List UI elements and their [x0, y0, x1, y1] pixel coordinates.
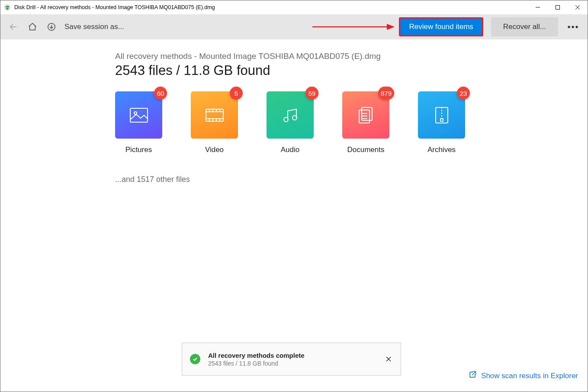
annotation-arrow: [312, 20, 395, 34]
pictures-badge: 60: [154, 87, 167, 100]
video-tile: 5: [191, 91, 238, 139]
category-archives[interactable]: 23 Archives: [418, 91, 465, 154]
audio-tile: 59: [267, 91, 314, 139]
archives-tile: 23: [418, 91, 465, 139]
window-title: Disk Drill - All recovery methods - Moun…: [14, 4, 215, 10]
category-documents[interactable]: 879 Documents: [342, 91, 389, 154]
toolbar: Save session as... Review found items Re…: [0, 14, 588, 39]
more-menu-button[interactable]: •••: [563, 18, 583, 36]
titlebar: Disk Drill - All recovery methods - Moun…: [0, 0, 588, 14]
svg-rect-2: [6, 8, 9, 10]
audio-label: Audio: [281, 146, 299, 154]
other-files-text: ...and 1517 other files: [115, 175, 588, 184]
audio-badge: 59: [305, 87, 318, 100]
category-row: 60 Pictures 5 Video 59 Audio: [115, 91, 588, 154]
download-session-icon[interactable]: [43, 18, 60, 36]
archives-badge: 23: [457, 87, 470, 100]
review-found-items-button[interactable]: Review found items: [399, 17, 483, 36]
category-pictures[interactable]: 60 Pictures: [115, 91, 162, 154]
svg-rect-34: [440, 119, 443, 121]
video-label: Video: [205, 146, 224, 154]
video-badge: 5: [230, 87, 243, 100]
documents-tile: 879: [342, 91, 389, 139]
svg-rect-14: [206, 109, 223, 121]
success-check-icon: [190, 354, 200, 364]
show-in-explorer-link[interactable]: Show scan results in Explorer: [468, 370, 578, 381]
close-window-button[interactable]: [568, 0, 588, 14]
minimize-button[interactable]: [528, 0, 548, 14]
maximize-button[interactable]: [548, 0, 568, 14]
toast-title: All recovery methods complete: [208, 352, 384, 359]
svg-rect-4: [556, 6, 560, 10]
pictures-tile: 60: [115, 91, 162, 139]
svg-rect-12: [130, 108, 148, 122]
window: Disk Drill - All recovery methods - Moun…: [0, 0, 588, 392]
archives-label: Archives: [427, 146, 456, 154]
completion-toast: All recovery methods complete 2543 files…: [182, 343, 401, 376]
category-audio[interactable]: 59 Audio: [267, 91, 314, 154]
svg-rect-1: [6, 6, 9, 7]
app-icon: [4, 4, 11, 11]
scan-subtitle: All recovery methods - Mounted Image TOS…: [115, 52, 588, 61]
show-in-explorer-label: Show scan results in Explorer: [481, 372, 578, 380]
toast-subtitle: 2543 files / 11.8 GB found: [208, 360, 384, 367]
save-session-label[interactable]: Save session as...: [64, 23, 124, 31]
svg-marker-11: [387, 24, 395, 30]
recover-all-button[interactable]: Recover all...: [491, 17, 558, 36]
open-external-icon: [468, 370, 477, 381]
recover-all-label: Recover all...: [503, 23, 546, 31]
documents-badge: 879: [378, 87, 394, 100]
category-video[interactable]: 5 Video: [191, 91, 238, 154]
scan-headline: 2543 files / 11.8 GB found: [115, 63, 588, 78]
content: All recovery methods - Mounted Image TOS…: [0, 39, 588, 392]
toast-close-button[interactable]: [384, 355, 393, 363]
pictures-label: Pictures: [125, 146, 152, 154]
review-found-items-label: Review found items: [409, 23, 473, 31]
home-button[interactable]: [24, 18, 41, 36]
back-button[interactable]: [5, 18, 22, 36]
documents-label: Documents: [347, 146, 385, 154]
